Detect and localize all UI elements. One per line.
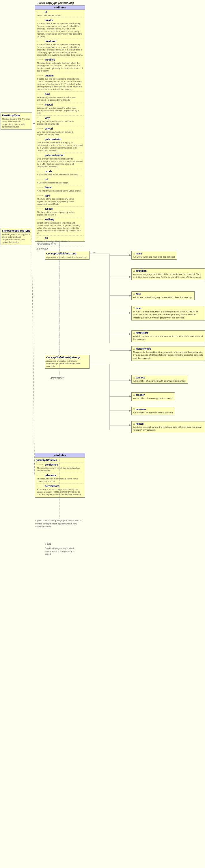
bottom-field-derivedfrom-desc: A reference to the concept identified by… — [36, 488, 84, 497]
concept-hierarchyinfo-box: □ hierarchyInfo Represents the position … — [131, 346, 205, 361]
bottom-desc: A group of attributes qualifying the rel… — [35, 519, 85, 528]
concept-note-box: □ note Additional natural language infor… — [131, 291, 195, 300]
concept-relationship-group-title: ConceptRelationshipGroup — [46, 356, 88, 359]
concept-sameas-box: □ sameAs An identifier of a concept with… — [131, 375, 188, 384]
svg-line-21 — [32, 237, 35, 476]
field-typeuri-desc: The type of the concept property value -… — [36, 211, 84, 217]
field-pubconstrainturi: ○ ········· pubconstrainturi — [36, 153, 84, 157]
field-creatoruri: ○ ········· creatoruri — [36, 39, 84, 43]
attributes-label: attributes — [35, 5, 85, 10]
svg-text:1: 1 — [127, 251, 128, 254]
main-type-desc: Flexible generic IFG-Type for direct ext… — [2, 118, 31, 128]
field-creatoruri-desc: If the attribute is empty, specifies whi… — [36, 43, 84, 57]
svg-text:0..∞: 0..∞ — [91, 251, 95, 254]
bottom-field-derivedfrom: ○ ········· derivedfrom — [36, 484, 84, 488]
field-type-desc: The type of the concept property value -… — [36, 197, 84, 207]
bottom-attributes-label: attributes — [35, 453, 85, 458]
concept-prop-type-desc: Flexible generic IFG-Type for direct ext… — [2, 233, 31, 244]
concept-prop-type-title: FlextConceptPropType — [2, 229, 31, 232]
bag-desc: Bag identifying concepts which appear wh… — [45, 547, 79, 555]
field-creator: ○ ········· creator — [36, 19, 84, 22]
concept-relationship-group-box: ConceptRelationshipGroup A group of prop… — [45, 355, 89, 369]
attributes-fields: ○ ········· id The local identifier of t… — [35, 10, 85, 251]
concept-name-box: □ name A natural language name for the c… — [131, 251, 177, 259]
field-pubconstraint-desc: One or more constraints that apply to pu… — [36, 141, 84, 153]
concept-definition-box: □ definition A natural language definiti… — [131, 268, 205, 280]
field-xmllang: ○ ········· xmllang — [36, 218, 84, 221]
flext-prop-type-label: FlextPropType Flexible generic IFG-Type … — [1, 113, 32, 129]
concept-narrower-box: □ narrower An identifier of a more speci… — [131, 407, 175, 415]
field-dir: ○ ········· dir — [36, 236, 84, 240]
concept-remoteinfo-box: □ remoteInfo A link to an item or a web … — [131, 330, 205, 342]
connections-overlay: 0..∞ 1 — [0, 0, 205, 868]
bottom-field-relevance-desc: The relevance of the metadata to the new… — [36, 477, 84, 484]
concept-relationship-group-desc: A group of properties to indicate relati… — [46, 360, 88, 368]
field-creator-desc: If the attribute is empty, specifies whi… — [36, 22, 84, 39]
any-other-label: any ##other — [51, 376, 63, 379]
field-custom: ○ ········· custom — [36, 74, 84, 78]
bottom-box: attributes quantifyAttributes ○ ········… — [35, 453, 85, 498]
field-whyuri: ○ ········· whyuri — [36, 127, 84, 131]
field-modified-desc: The date (and, optionally, the time) whe… — [36, 62, 84, 73]
concept-broader-box: □ broader An identifier of a more generi… — [131, 392, 175, 401]
field-any-other: any #other — [36, 247, 84, 251]
flext-concept-prop-type-box: FlextConceptPropType Flexible generic IF… — [1, 228, 32, 245]
diagram-title: FlextPropType (extension) — [37, 1, 74, 5]
field-pubconstrainturi-desc: One or many constraints that apply to pu… — [36, 157, 84, 169]
diagram-container: FlextPropType (extension) attributes ○ ·… — [0, 0, 205, 868]
field-custom-desc: If set to true the corresponding propert… — [36, 78, 84, 92]
main-type-title: FlextPropType — [2, 114, 31, 117]
field-xmllang-desc: Specifies the language of the string and… — [36, 221, 84, 236]
field-how-desc: Indicates by which means the value was e… — [36, 96, 84, 102]
concept-definition-group-title: ConceptDefinitionGroup — [46, 252, 88, 255]
field-modified: ○ ········· modified — [36, 58, 84, 62]
concept-definition-group-box: ConceptDefinitionGroup A group of proper… — [45, 251, 89, 259]
field-literal: ○ ········· literal — [36, 186, 84, 189]
quantify-attributes-label: quantifyAttributes — [36, 458, 84, 462]
field-pubconstraint: ○ ········· pubconstraint — [36, 137, 84, 141]
field-id: ○ ········· id — [36, 10, 84, 14]
bottom-field-relevance: ○ ········· relevance — [36, 474, 84, 477]
bag-label: ○ bag — [45, 542, 51, 545]
bottom-field-confidence-desc: The confidence with which the metadata h… — [36, 467, 84, 473]
concept-facet-box: □ facet In NAR 1.8 and later, facet is d… — [131, 306, 205, 320]
field-dir-desc: The directionality of textual content (e… — [36, 240, 84, 246]
field-uri-desc: A URI which identifies a concept. — [36, 181, 84, 185]
field-literal-desc: A free-text value assigned as the value … — [36, 189, 84, 193]
field-uri: ○ ········· uri — [36, 178, 84, 181]
concept-definition-group-desc: A group of properties to define the conc… — [46, 256, 88, 258]
flext-prop-type-box: attributes ○ ········· id The local iden… — [35, 5, 85, 242]
field-why: ○ ········· why — [36, 116, 84, 120]
field-howuri: ○ ········· howuri — [36, 103, 84, 107]
field-type: ○ ········· type — [36, 194, 84, 197]
concept-related-box: □ related A related concept, where the r… — [131, 421, 205, 433]
field-whyuri-desc: Why the metadata has been included - exp… — [36, 131, 84, 137]
field-why-desc: Why the metadata has been included - exp… — [36, 120, 84, 126]
field-typeuri: ○ ········· typeuri — [36, 207, 84, 211]
field-how: ○ ········· how — [36, 92, 84, 96]
bottom-field-confidence: ○ ········· confidence — [36, 463, 84, 467]
field-howuri-desc: Indicates by which means the value was e… — [36, 107, 84, 116]
field-qcode: ○ ········· qcode — [36, 169, 84, 174]
field-qcode-desc: A qualified code which identifies a conc… — [36, 174, 84, 177]
field-id-desc: The local identifier of the — [36, 14, 84, 18]
